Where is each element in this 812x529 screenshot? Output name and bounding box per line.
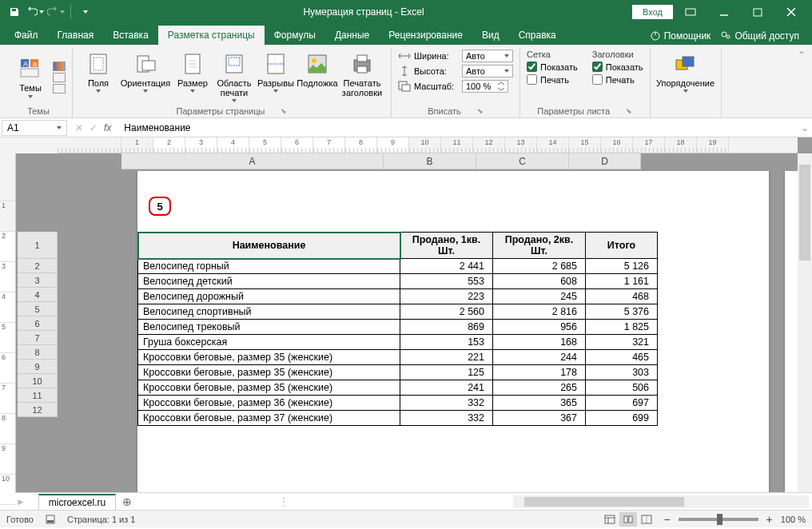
name-box[interactable]: A1 (2, 120, 67, 136)
status-ready: Готово (6, 515, 34, 524)
themes-button[interactable]: Aa Темы (11, 54, 50, 99)
sheet-opts-launcher-icon[interactable]: ⬊ (626, 107, 632, 115)
headings-heading: Заголовки (592, 50, 643, 59)
macro-record-icon[interactable] (45, 514, 56, 525)
scale-launcher-icon[interactable]: ⬊ (477, 107, 484, 115)
zoom-slider[interactable] (679, 518, 758, 521)
svg-point-5 (722, 32, 726, 37)
margins-button[interactable]: Поля (79, 50, 117, 94)
tab-formulas[interactable]: Формулы (265, 26, 325, 45)
orientation-button[interactable]: Ориентация (121, 50, 170, 94)
vertical-ruler[interactable]: 12345678910 (0, 153, 16, 492)
horizontal-scrollbar[interactable] (513, 495, 809, 508)
formula-bar: A1 ✕ ✓ fx Наименование ⌄ (0, 118, 812, 137)
row-header[interactable]: 5 (18, 302, 58, 316)
new-sheet-icon[interactable]: ⊕ (119, 494, 135, 510)
cancel-formula-icon[interactable]: ✕ (75, 122, 83, 133)
tab-insert[interactable]: Вставка (103, 26, 158, 45)
column-header[interactable]: B (384, 153, 476, 169)
page-layout-view-icon[interactable] (619, 512, 637, 527)
page-break-view-icon[interactable] (638, 512, 655, 527)
row-header[interactable]: 1 (18, 232, 58, 259)
qat-customize-icon[interactable] (76, 2, 95, 22)
theme-colors-icon[interactable] (53, 62, 66, 71)
svg-rect-25 (357, 66, 367, 73)
tab-help[interactable]: Справка (509, 26, 566, 45)
column-header[interactable]: C (476, 153, 569, 169)
arrange-button[interactable]: Упорядочение (657, 50, 714, 94)
tab-review[interactable]: Рецензирование (379, 26, 472, 45)
tab-file[interactable]: Файл (5, 26, 48, 45)
collapse-ribbon-icon[interactable]: ⌃ (796, 48, 807, 117)
scale-spin[interactable]: 100 % (462, 80, 508, 93)
formula-input[interactable]: Наименование (117, 121, 798, 135)
column-header[interactable]: D (569, 153, 641, 169)
share-button[interactable]: Общий доступ (720, 30, 799, 42)
group-scale-to-fit: Ширина:Авто Высота:Авто Масштаб:100 % Вп… (392, 48, 520, 117)
sheet-tab[interactable]: microexcel.ru (38, 494, 116, 510)
data-table[interactable]: НаименованиеПродано, 1кв. Шт.Продано, 2к… (137, 232, 658, 426)
tab-data[interactable]: Данные (325, 26, 379, 45)
page-preview-next (785, 171, 798, 492)
width-combo[interactable]: Авто (462, 50, 513, 62)
tell-me-button[interactable]: Помощник (650, 30, 711, 42)
gridlines-print-checkbox[interactable]: Печать (527, 74, 578, 85)
tab-view[interactable]: Вид (472, 26, 509, 45)
svg-rect-0 (686, 9, 695, 15)
theme-fonts-icon[interactable] (53, 73, 66, 82)
sheet-tab-bar: ◄ ► microexcel.ru ⊕ ⋮ (0, 492, 812, 510)
zoom-out-icon[interactable]: − (663, 513, 670, 526)
zoom-in-icon[interactable]: + (766, 513, 773, 526)
maximize-icon[interactable] (742, 0, 774, 24)
height-icon (398, 66, 411, 77)
sheet-nav-next-icon[interactable]: ► (16, 496, 26, 507)
svg-rect-24 (357, 55, 367, 62)
print-area-button[interactable]: Область печати (215, 50, 253, 104)
vertical-scrollbar[interactable] (798, 153, 812, 492)
minimize-icon[interactable] (708, 0, 740, 24)
row-header[interactable]: 3 (18, 273, 58, 288)
gridlines-view-checkbox[interactable]: Показать (527, 62, 578, 72)
login-button[interactable]: Вход (632, 5, 673, 19)
column-header[interactable]: A (121, 153, 384, 169)
enter-formula-icon[interactable]: ✓ (90, 122, 98, 133)
row-header[interactable]: 4 (18, 288, 58, 302)
theme-effects-icon[interactable] (53, 84, 66, 93)
row-header[interactable]: 8 (18, 345, 58, 360)
svg-text:a: a (33, 60, 37, 68)
svg-rect-32 (605, 515, 615, 523)
row-header[interactable]: 6 (18, 316, 58, 331)
breaks-button[interactable]: Разрывы (257, 50, 295, 94)
headings-view-checkbox[interactable]: Показать (592, 62, 643, 72)
group-page-setup: Поля Ориентация Размер Область печати Ра… (73, 48, 392, 117)
undo-icon[interactable] (26, 2, 45, 22)
row-header[interactable]: 7 (18, 331, 58, 345)
tab-page-layout[interactable]: Разметка страницы (158, 26, 265, 45)
expand-formula-icon[interactable]: ⌄ (798, 122, 812, 133)
row-header[interactable]: 9 (18, 360, 58, 374)
headings-print-checkbox[interactable]: Печать (592, 74, 643, 85)
ribbon-display-icon[interactable] (675, 0, 707, 24)
close-icon[interactable] (775, 0, 807, 24)
horizontal-ruler[interactable]: 12345678910111213141516171819 (58, 137, 798, 153)
tab-home[interactable]: Главная (48, 26, 104, 45)
background-button[interactable]: Подложка (298, 50, 336, 89)
row-header[interactable]: 10 (18, 374, 58, 388)
size-button[interactable]: Размер (173, 50, 212, 94)
group-arrange: Упорядочение (651, 48, 722, 117)
page-setup-launcher-icon[interactable]: ⬊ (281, 107, 287, 115)
svg-rect-29 (683, 57, 694, 66)
row-header[interactable]: 2 (18, 259, 58, 273)
row-header[interactable]: 12 (18, 403, 58, 417)
height-combo[interactable]: Авто (462, 65, 513, 78)
redo-icon[interactable] (46, 2, 66, 22)
scale-icon (398, 81, 411, 92)
zoom-level[interactable]: 100 % (781, 515, 806, 524)
row-header[interactable]: 11 (18, 388, 58, 403)
save-icon[interactable] (5, 2, 24, 22)
print-titles-button[interactable]: Печатать заголовки (340, 50, 384, 99)
svg-text:A: A (23, 60, 28, 68)
normal-view-icon[interactable] (601, 512, 619, 527)
insert-function-icon[interactable]: fx (104, 122, 111, 133)
svg-rect-2 (754, 9, 762, 16)
